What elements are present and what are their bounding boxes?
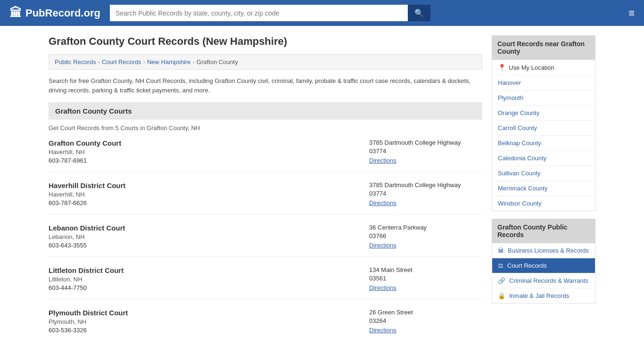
breadcrumb-new-hampshire[interactable]: New Hampshire [147,58,190,66]
content-area: Grafton County Court Records (New Hampsh… [49,35,482,351]
site-logo[interactable]: 🏛 PubRecord.org [9,6,100,20]
court-right-1: 3785 Dartmouth College Highway 03774 Dir… [369,181,482,206]
menu-button[interactable]: ≡ [628,7,635,19]
court-left-3: Littleton District Court Littleton, NH 6… [49,266,124,291]
nearby-item-link[interactable]: Merrimack County [492,181,595,196]
sidebar-nearby-item[interactable]: Caledonia County [492,151,595,166]
sidebar-nearby-item[interactable]: Hanover [492,75,595,90]
record-item-link[interactable]: ⚖Court Records [492,258,595,273]
sidebar-nearby-item[interactable]: Belknap County [492,136,595,151]
breadcrumb-public-records[interactable]: Public Records [55,58,96,66]
sidebar-item-use-location[interactable]: 📍Use My Location [492,60,595,75]
court-name: Littleton District Court [49,266,124,274]
record-icon: 🔗 [498,277,505,284]
record-icon: ⚖ [498,262,504,269]
sidebar-nearby-item[interactable]: Carroll County [492,121,595,136]
sidebar-record-item[interactable]: 🔗Criminal Records & Warrants [492,273,595,288]
record-item-link[interactable]: 🏛Business Licenses & Records [492,243,595,258]
directions-link[interactable]: Directions [369,199,396,206]
sidebar-record-item[interactable]: 🔒Inmate & Jail Records [492,288,595,303]
records-list: 🏛Business Licenses & Records⚖Court Recor… [492,243,595,304]
sidebar-nearby-item[interactable]: Plymouth [492,90,595,106]
court-name: Lebanon District Court [49,224,125,232]
court-location: Haverhill, NH [49,191,125,198]
court-phone: 603-643-3555 [49,242,125,249]
intro-text: Search for free Grafton County, NH Court… [49,76,482,95]
court-right-4: 26 Green Street 03264 Directions [369,309,482,334]
nearby-item-link[interactable]: Belknap County [492,136,595,150]
location-icon: 📍 [498,64,506,71]
record-item-link[interactable]: 🔒Inmate & Jail Records [492,288,595,303]
nearby-item-link[interactable]: Plymouth [492,90,595,105]
court-phone: 603-787-6626 [49,199,125,206]
nearby-item-link[interactable]: Sullivan County [492,166,595,181]
court-address: 3785 Dartmouth College Highway [369,181,482,189]
court-zip: 03264 [369,317,482,324]
directions-link[interactable]: Directions [369,242,396,249]
section-header: Grafton County Courts [49,102,482,120]
use-location-link[interactable]: 📍Use My Location [492,60,595,75]
hamburger-icon: ≡ [628,7,635,19]
court-location: Littleton, NH [49,276,124,283]
court-left-4: Plymouth District Court Plymouth, NH 603… [49,309,128,334]
court-location: Haverhill, NH [49,148,121,156]
nearby-section-header: Court Records near Grafton County [492,35,595,60]
court-left-0: Grafton County Court Haverhill, NH 603-7… [49,139,121,164]
court-right-0: 3785 Dartmouth College Highway 03774 Dir… [369,139,482,164]
page-title: Grafton County Court Records (New Hampsh… [49,35,482,48]
nearby-item-link[interactable]: Caledonia County [492,151,595,165]
sidebar-record-item[interactable]: ⚖Court Records [492,258,595,273]
nearby-item-link[interactable]: Windsor County [492,196,595,211]
court-entry: Plymouth District Court Plymouth, NH 603… [49,309,482,341]
court-zip: 03766 [369,232,482,239]
court-phone: 603-444-7750 [49,284,124,291]
breadcrumb-sep-3: › [192,58,194,66]
nearby-item-link[interactable]: Orange County [492,106,595,120]
court-left-2: Lebanon District Court Lebanon, NH 603-6… [49,224,125,249]
search-icon: 🔍 [414,9,424,17]
directions-link[interactable]: Directions [369,157,396,164]
court-zip: 03774 [369,148,482,155]
court-phone: 603-536-3326 [49,327,128,334]
court-address: 36 Centerra Parkway [369,224,482,231]
logo-icon: 🏛 [9,6,22,20]
court-left-1: Haverhill District Court Haverhill, NH 6… [49,181,125,206]
search-input[interactable] [110,5,408,21]
record-item-link[interactable]: 🔗Criminal Records & Warrants [492,273,595,288]
court-name: Haverhill District Court [49,181,125,189]
sidebar: Court Records near Grafton County 📍Use M… [492,35,595,351]
main-container: Grafton County Court Records (New Hampsh… [39,26,605,360]
logo-text: PubRecord.org [25,7,100,19]
public-records-section-header: Grafton County Public Records [492,219,595,243]
court-location: Plymouth, NH [49,318,128,325]
record-icon: 🔒 [498,292,505,299]
sidebar-nearby-item[interactable]: Windsor County [492,196,595,211]
section-subtitle: Get Court Records from 5 Courts in Graft… [49,124,482,132]
sidebar-record-item[interactable]: 🏛Business Licenses & Records [492,243,595,258]
directions-link[interactable]: Directions [369,327,396,334]
directions-link[interactable]: Directions [369,284,396,291]
court-name: Grafton County Court [49,139,121,147]
nearby-item-link[interactable]: Carroll County [492,121,595,135]
court-entry: Haverhill District Court Haverhill, NH 6… [49,181,482,214]
nearby-item-link[interactable]: Hanover [492,75,595,90]
court-zip: 03774 [369,190,482,197]
court-address: 134 Main Street [369,266,482,273]
sidebar-nearby-item[interactable]: Merrimack County [492,181,595,196]
breadcrumb-court-records[interactable]: Court Records [102,58,141,66]
court-entry: Lebanon District Court Lebanon, NH 603-6… [49,224,482,257]
site-header: 🏛 PubRecord.org 🔍 ≡ [0,0,644,26]
court-right-3: 134 Main Street 03561 Directions [369,266,482,291]
court-zip: 03561 [369,275,482,282]
court-location: Lebanon, NH [49,233,125,240]
search-area: 🔍 [110,5,430,21]
search-button[interactable]: 🔍 [408,5,430,21]
court-right-2: 36 Centerra Parkway 03766 Directions [369,224,482,249]
court-entry: Littleton District Court Littleton, NH 6… [49,266,482,299]
breadcrumb-current: Grafton County [197,58,238,66]
court-name: Plymouth District Court [49,309,128,317]
court-phone: 603-787-6961 [49,157,121,164]
sidebar-nearby-item[interactable]: Orange County [492,106,595,121]
breadcrumb-sep-1: › [98,58,99,66]
sidebar-nearby-item[interactable]: Sullivan County [492,166,595,181]
